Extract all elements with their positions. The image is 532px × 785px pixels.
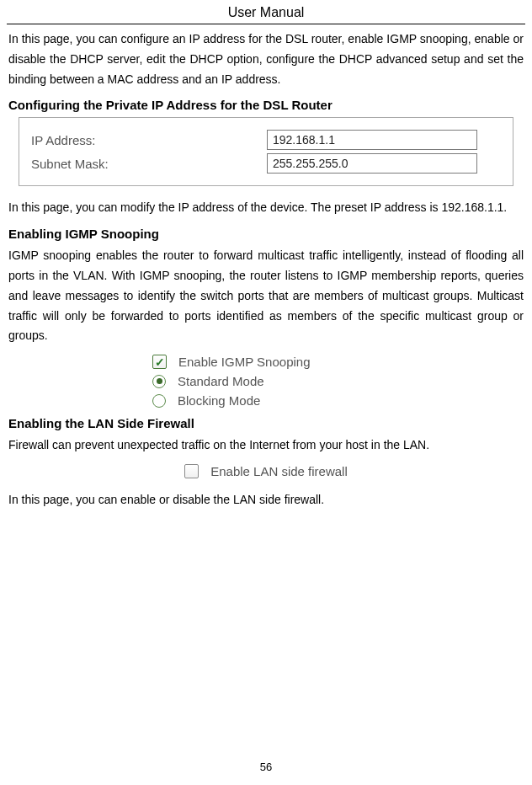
firewall-enable-checkbox[interactable] [184,464,199,478]
intro-paragraph: In this page, you can configure an IP ad… [8,29,524,89]
subnet-mask-label: Subnet Mask: [31,157,267,171]
firewall-after-paragraph: In this page, you can enable or disable … [8,490,524,510]
ip-address-input[interactable] [267,130,477,150]
page-header: User Manual [7,0,525,24]
subnet-mask-input[interactable] [267,153,477,174]
ip-after-paragraph: In this page, you can modify the IP addr… [8,198,524,218]
ip-config-panel: IP Address: Subnet Mask: [19,117,513,186]
igmp-standard-radio[interactable] [152,375,166,388]
firewall-enable-row: Enable LAN side firewall [136,464,396,478]
page-content: In this page, you can configure an IP ad… [0,24,532,510]
section-heading-firewall: Enabling the LAN Side Firewall [8,416,524,430]
header-title: User Manual [228,5,305,19]
igmp-enable-checkbox[interactable] [152,355,167,369]
igmp-standard-row: Standard Mode [136,374,396,388]
igmp-standard-label: Standard Mode [178,374,264,388]
page-number: 56 [0,761,532,773]
ip-address-row: IP Address: [31,130,501,150]
igmp-blocking-radio[interactable] [152,394,166,408]
subnet-mask-row: Subnet Mask: [31,153,501,174]
igmp-blocking-row: Blocking Mode [136,393,396,408]
igmp-paragraph: IGMP snooping enables the router to forw… [8,246,524,346]
firewall-controls: Enable LAN side firewall [136,464,396,478]
firewall-enable-label: Enable LAN side firewall [210,464,348,478]
igmp-enable-row: Enable IGMP Snooping [136,355,396,369]
section-heading-ip: Configuring the Private IP Address for t… [8,98,524,112]
firewall-paragraph: Firewall can prevent unexpected traffic … [8,435,524,456]
ip-address-label: IP Address: [31,133,267,147]
section-heading-igmp: Enabling IGMP Snooping [8,227,524,241]
igmp-controls: Enable IGMP Snooping Standard Mode Block… [136,355,396,408]
igmp-enable-label: Enable IGMP Snooping [178,355,311,369]
igmp-blocking-label: Blocking Mode [178,393,260,408]
